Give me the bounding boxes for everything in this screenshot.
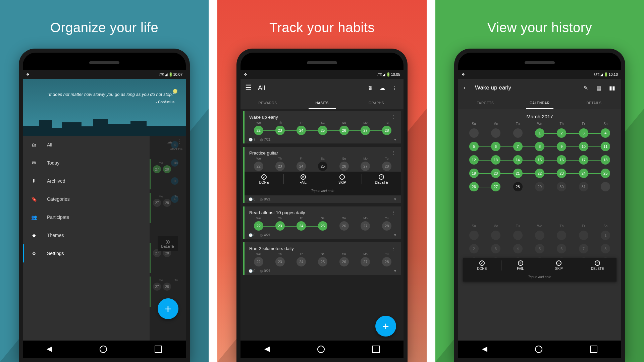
calendar-day[interactable]: 28 xyxy=(513,182,523,191)
habit-card[interactable]: Run 2 kilometers daily⋮WeThFrSaSuMoTu222… xyxy=(243,242,401,275)
day-circle[interactable]: 27 xyxy=(361,162,370,171)
calendar-day[interactable]: 25 xyxy=(601,169,610,178)
calendar-day[interactable]: 23 xyxy=(557,169,566,178)
notes-icon[interactable]: ▤ xyxy=(596,85,604,91)
calendar-day[interactable] xyxy=(491,128,500,138)
day-circle[interactable]: 24 xyxy=(297,162,306,171)
calendar-day[interactable] xyxy=(601,182,610,191)
calendar-day[interactable]: 6 xyxy=(491,142,500,151)
nav-back-icon[interactable] xyxy=(264,347,270,352)
chevron-down-icon[interactable]: ▼ xyxy=(393,138,397,141)
day-circle[interactable]: 22 xyxy=(254,126,263,135)
overflow-icon[interactable]: ⋮ xyxy=(390,83,399,92)
nav-home-icon[interactable] xyxy=(535,346,542,353)
overflow-icon[interactable]: ⋮ xyxy=(391,114,396,120)
action-delete[interactable]: ○DELETE xyxy=(362,174,401,184)
fab-add[interactable]: + xyxy=(158,298,178,319)
calendar-day[interactable]: 15 xyxy=(535,155,544,165)
calendar-day[interactable] xyxy=(513,128,523,138)
crown-icon[interactable]: ♛ xyxy=(366,83,375,92)
day-circle[interactable]: 27 xyxy=(361,257,370,266)
day-circle[interactable]: 22 xyxy=(254,162,263,171)
day-circle[interactable]: 28 xyxy=(382,221,391,231)
calendar-day[interactable]: 5 xyxy=(469,142,479,151)
calendar-day[interactable]: 10 xyxy=(579,142,588,151)
calendar-day[interactable]: 8 xyxy=(535,142,544,151)
add-note-hint[interactable]: Tap to add note xyxy=(463,273,616,282)
overflow-icon[interactable]: ⋮ xyxy=(391,150,396,156)
habit-card[interactable]: Wake up early⋮WeThFrSaSuMoTu222324252627… xyxy=(243,111,401,143)
calendar-day[interactable]: 27 xyxy=(491,182,500,191)
tab-targets[interactable]: TARGETS xyxy=(458,97,513,109)
day-circle[interactable]: 25 xyxy=(318,221,327,231)
tab-details[interactable]: DETAILS xyxy=(567,97,621,109)
hamburger-icon[interactable]: ☰ xyxy=(245,83,252,92)
day-circle[interactable]: 23 xyxy=(275,221,285,231)
habit-card[interactable]: Read atleast 10 pages daily⋮WeThFrSaSuMo… xyxy=(243,206,401,239)
tab-graphs[interactable]: GRAPHS xyxy=(349,97,404,109)
calendar-day[interactable] xyxy=(469,128,479,138)
calendar-day[interactable]: 21 xyxy=(513,169,523,178)
calendar-day[interactable]: 26 xyxy=(469,182,479,191)
action-fail[interactable]: ✕FAIL xyxy=(284,174,323,184)
chevron-down-icon[interactable]: ▼ xyxy=(393,269,397,273)
day-circle[interactable]: 23 xyxy=(275,162,285,171)
back-arrow-icon[interactable]: ← xyxy=(462,83,470,92)
calendar-day[interactable]: 20 xyxy=(491,169,500,178)
calendar-day[interactable]: 30 xyxy=(557,182,566,191)
stats-icon[interactable]: ▮▮ xyxy=(609,85,617,91)
calendar-day[interactable]: 4 xyxy=(601,128,610,138)
edit-icon[interactable]: ✎ xyxy=(584,85,592,91)
calendar-day[interactable]: 17 xyxy=(579,155,588,165)
action-done[interactable]: ✓DONE xyxy=(245,174,284,184)
calendar-day[interactable]: 31 xyxy=(579,182,588,191)
nav-back-icon[interactable] xyxy=(482,347,487,352)
action-delete[interactable]: ○DELETE xyxy=(578,260,616,270)
nav-home-icon[interactable] xyxy=(317,346,325,353)
day-circle[interactable]: 24 xyxy=(297,221,306,231)
habit-list[interactable]: Wake up early⋮WeThFrSaSuMoTu222324252627… xyxy=(240,109,404,341)
day-circle[interactable]: 25 xyxy=(318,126,327,135)
overflow-icon[interactable]: ⋮ xyxy=(391,246,396,251)
day-circle[interactable]: 28 xyxy=(382,162,391,171)
action-skip[interactable]: −SKIP xyxy=(323,174,362,184)
day-circle[interactable]: 22 xyxy=(254,257,263,266)
calendar-day[interactable]: 18 xyxy=(601,155,610,165)
fab-add[interactable]: + xyxy=(375,316,396,337)
day-circle[interactable]: 28 xyxy=(382,126,391,135)
calendar-day[interactable]: 29 xyxy=(535,182,544,191)
calendar-day[interactable]: 13 xyxy=(491,155,500,165)
calendar-day[interactable]: 1 xyxy=(535,128,544,138)
calendar-day[interactable]: 16 xyxy=(557,155,566,165)
day-circle[interactable]: 24 xyxy=(297,126,306,135)
tab-calendar[interactable]: CALENDAR xyxy=(513,97,567,109)
calendar-day[interactable]: 11 xyxy=(601,142,610,151)
calendar-day[interactable]: 14 xyxy=(513,155,523,165)
calendar-day[interactable]: 12 xyxy=(469,155,479,165)
day-circle[interactable]: 26 xyxy=(339,126,349,135)
action-fail[interactable]: ✕FAIL xyxy=(501,260,540,270)
day-circle[interactable]: 28 xyxy=(382,257,391,266)
day-circle[interactable]: 23 xyxy=(275,257,285,266)
delete-action[interactable]: ⦿ DELETE xyxy=(158,236,178,251)
day-circle[interactable]: 26 xyxy=(339,221,349,231)
day-circle[interactable]: 25 xyxy=(318,257,327,266)
nav-back-icon[interactable] xyxy=(47,347,52,352)
action-done[interactable]: ✓DONE xyxy=(463,260,501,270)
calendar-day[interactable]: 3 xyxy=(579,128,588,138)
day-circle[interactable]: 22 xyxy=(254,221,263,231)
nav-recent-icon[interactable] xyxy=(155,346,162,353)
cloud-icon[interactable]: ☁ xyxy=(167,138,172,144)
calendar-day[interactable]: 22 xyxy=(535,169,544,178)
tab-habits[interactable]: HABITS xyxy=(295,97,349,109)
tab-rewards[interactable]: REWARDS xyxy=(240,97,295,109)
action-skip[interactable]: −SKIP xyxy=(540,260,579,270)
overflow-icon[interactable]: ⋮ xyxy=(177,138,182,144)
calendar-day[interactable]: 2 xyxy=(557,128,566,138)
day-circle[interactable]: 25 xyxy=(318,162,327,171)
day-circle[interactable]: 27 xyxy=(361,221,370,231)
cloud-icon[interactable]: ☁ xyxy=(378,83,387,92)
nav-recent-icon[interactable] xyxy=(590,346,597,353)
day-circle[interactable]: 24 xyxy=(297,257,306,266)
habit-card[interactable]: Practice guitar⋮WeThFrSaSuMoTu2223242526… xyxy=(243,147,401,203)
